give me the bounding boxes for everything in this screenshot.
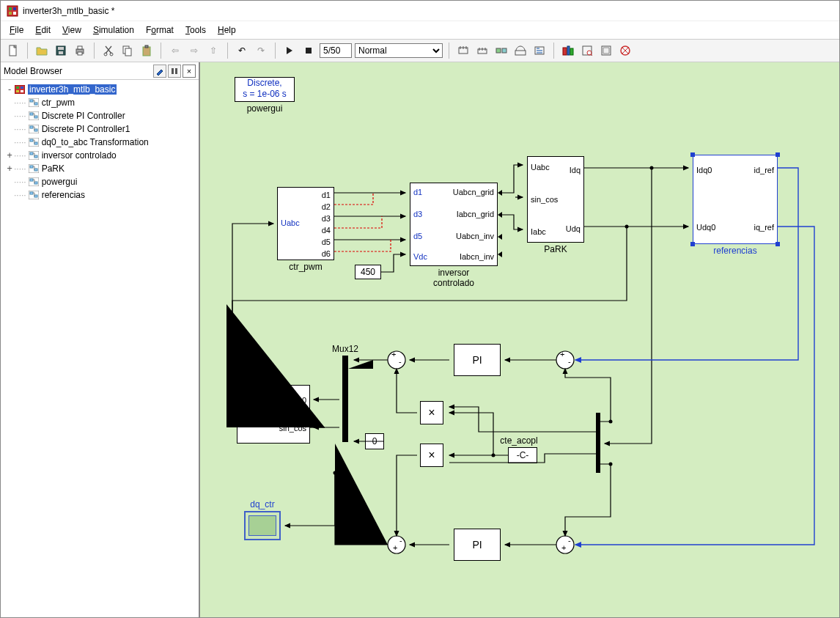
block-scope[interactable]: [244, 511, 281, 540]
sidebar-close-icon[interactable]: ×: [183, 65, 196, 78]
block-mult-bottom[interactable]: ×: [420, 444, 443, 467]
paste-icon[interactable]: [139, 43, 155, 59]
cte-label: cte_acopl: [493, 435, 545, 446]
svg-point-64: [625, 225, 629, 229]
copy-icon[interactable]: [119, 43, 136, 59]
stop-icon[interactable]: [301, 43, 317, 59]
tree-item[interactable]: ·····Discrete PI Controller: [2, 109, 197, 122]
print-icon[interactable]: [72, 43, 88, 59]
svg-rect-40: [30, 100, 33, 102]
block-inversor[interactable]: d1 d3 d5 Vdc Uabcn_grid Iabcn_grid Uabcn…: [410, 183, 498, 266]
tool-icon-5[interactable]: [531, 43, 548, 59]
svg-point-71: [388, 536, 405, 553]
svg-point-79: [609, 420, 613, 424]
redo-icon[interactable]: ↷: [253, 43, 269, 59]
forward-icon[interactable]: ⇨: [186, 43, 202, 59]
tool-icon-4[interactable]: [512, 43, 528, 59]
inv-label-1: inversor: [410, 268, 498, 278]
sidebar-tool-1-icon[interactable]: [153, 65, 166, 78]
menu-simulation[interactable]: Simulation: [87, 23, 140, 37]
tool-icon-1[interactable]: [455, 43, 471, 59]
tree-item[interactable]: ·····ctr_pwm: [2, 96, 197, 109]
diagram-canvas[interactable]: Discrete, s = 1e-06 s powergui Uabc d1 d…: [200, 62, 839, 617]
tree-item[interactable]: +·····PaRK: [2, 162, 197, 175]
svg-rect-37: [16, 90, 19, 92]
svg-rect-44: [34, 116, 37, 118]
debug-icon[interactable]: [598, 43, 614, 59]
block-pi-top[interactable]: PI: [454, 344, 501, 376]
block-mult-top[interactable]: ×: [420, 401, 443, 424]
open-icon[interactable]: [34, 43, 50, 59]
block-park[interactable]: Uabc sin_cos Iabc Idq Udq: [527, 156, 584, 243]
block-const-450[interactable]: 450: [355, 265, 381, 279]
park-idq: Idq: [570, 166, 581, 174]
back-icon[interactable]: ⇦: [167, 43, 183, 59]
svg-rect-59: [34, 182, 37, 184]
block-mux[interactable]: [342, 356, 348, 442]
menu-view[interactable]: View: [56, 23, 87, 37]
library-icon[interactable]: [560, 43, 576, 59]
dq2abc-sincos: sin_cos: [279, 424, 306, 433]
block-const-0[interactable]: 0: [365, 433, 384, 449]
target-icon[interactable]: [617, 43, 633, 59]
up-icon[interactable]: ⇧: [205, 43, 221, 59]
tree-item[interactable]: ·····powergui: [2, 175, 197, 188]
model-tree[interactable]: -inverter3h_mtlb_basic·····ctr_pwm·····D…: [1, 80, 199, 205]
svg-rect-18: [306, 48, 312, 54]
park-label: PaRK: [527, 244, 584, 254]
menu-format[interactable]: Format: [140, 23, 180, 37]
dq2abc-dq0: dq0: [293, 396, 306, 405]
menu-help[interactable]: Help: [212, 23, 242, 37]
inv-label-2: controlado: [410, 278, 498, 288]
block-ctr-pwm[interactable]: Uabc d1 d2 d3 d4 d5 d6: [277, 187, 334, 260]
block-powergui[interactable]: Discrete, s = 1e-06 s: [235, 77, 295, 102]
svg-rect-41: [34, 103, 37, 105]
cut-icon[interactable]: [100, 43, 117, 59]
ctr-pwm-d6: d6: [322, 249, 331, 258]
save-icon[interactable]: [53, 43, 69, 59]
tree-item[interactable]: ·····referencias: [2, 188, 197, 202]
block-cte[interactable]: -C-: [508, 447, 537, 463]
block-pi-bottom[interactable]: PI: [454, 529, 501, 561]
menu-tools[interactable]: Tools: [180, 23, 212, 37]
tree-item[interactable]: +·····inversor controlado: [2, 149, 197, 162]
tree-item[interactable]: ·····Discrete PI Controller1: [2, 122, 197, 136]
play-icon[interactable]: [281, 43, 298, 59]
ref-label: referencias: [693, 246, 778, 256]
tree-item-label: powergui: [42, 177, 78, 187]
sim-time-input[interactable]: [320, 43, 352, 58]
sim-mode-select[interactable]: Normal: [355, 43, 443, 58]
block-demux[interactable]: [596, 413, 600, 473]
diagram-inner: Discrete, s = 1e-06 s powergui Uabc d1 d…: [200, 62, 839, 617]
inv-out-0: Uabcn_grid: [453, 188, 494, 196]
powergui-label: powergui: [235, 103, 295, 114]
model-explorer-icon[interactable]: [579, 43, 595, 59]
menu-edit[interactable]: Edit: [29, 23, 56, 37]
tree-item-label: inversor controlado: [42, 150, 117, 161]
toolbar: ⇦ ⇨ ⇧ ↶ ↷ Normal: [1, 39, 839, 62]
svg-rect-17: [145, 45, 148, 48]
svg-rect-15: [125, 48, 131, 56]
svg-rect-47: [34, 129, 37, 131]
block-referencias[interactable]: Idq0 Udq0 id_ref iq_ref: [693, 155, 778, 244]
undo-icon[interactable]: ↶: [234, 43, 250, 59]
ref-iqref: iq_ref: [754, 223, 774, 232]
svg-rect-21: [496, 48, 501, 53]
model-icon: [14, 84, 26, 95]
ctr-pwm-d5: d5: [322, 238, 331, 246]
sidebar-tool-2-icon[interactable]: [168, 65, 181, 78]
model-browser: Model Browser × -inverter3h_mtlb_basic··…: [1, 62, 200, 617]
tool-icon-3[interactable]: [493, 43, 509, 59]
svg-text:-: -: [399, 357, 402, 366]
tree-item[interactable]: ·····dq0_to_abc Transformation: [2, 136, 197, 149]
svg-rect-1: [9, 7, 12, 10]
park-sincos: sin_cos: [531, 195, 558, 204]
tool-icon-2[interactable]: [474, 43, 490, 59]
tree-item[interactable]: -inverter3h_mtlb_basic: [2, 83, 197, 96]
block-dq2abc[interactable]: dq0 sin_cos abc: [237, 385, 310, 444]
svg-point-68: [556, 351, 574, 369]
ref-udq0: Udq0: [696, 223, 715, 232]
new-icon[interactable]: [5, 43, 21, 59]
menu-file[interactable]: File: [4, 23, 29, 37]
park-iabc: Iabc: [531, 227, 546, 236]
